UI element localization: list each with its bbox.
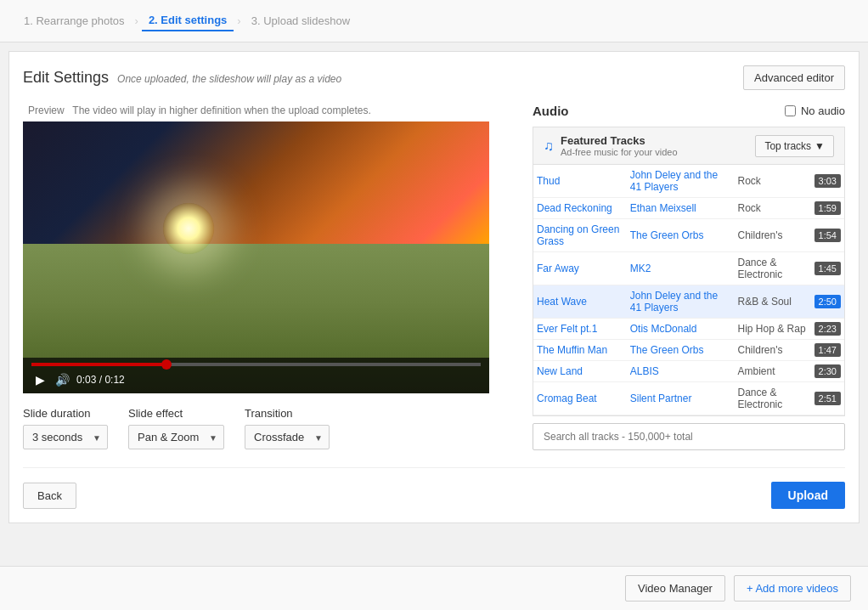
- slide-effect-label: Slide effect: [128, 407, 224, 420]
- track-duration: 1:45: [811, 252, 844, 285]
- featured-tracks-title: Featured Tracks: [561, 134, 678, 147]
- search-tracks[interactable]: [533, 423, 845, 450]
- track-genre: Dance & Electronic: [735, 252, 811, 285]
- preview-label: Preview The video will play in higher de…: [23, 104, 516, 116]
- track-genre: Rock: [735, 198, 811, 219]
- time-total: 0:12: [104, 374, 124, 386]
- progress-handle[interactable]: [161, 359, 172, 370]
- title-group: Edit Settings Once uploaded, the slidesh…: [23, 69, 341, 87]
- steps-bar: 1. Rearrange photos › 2. Edit settings ›…: [0, 0, 868, 42]
- track-artist: Silent Partner: [627, 382, 735, 415]
- advanced-editor-button[interactable]: Advanced editor: [743, 65, 845, 90]
- track-artist: Ethan Meixsell: [627, 198, 735, 219]
- slide-effect-group: Slide effect None Pan & Zoom Fade ▼: [128, 407, 224, 449]
- step-sep-2: ›: [237, 14, 240, 27]
- table-row[interactable]: Dead Reckoning Ethan Meixsell Rock 1:59: [533, 198, 844, 219]
- track-duration: 2:51: [811, 382, 844, 415]
- transition-label: Transition: [245, 407, 330, 420]
- step-rearrange[interactable]: 1. Rearrange photos: [17, 11, 132, 31]
- slide-duration-label: Slide duration: [23, 407, 108, 420]
- track-artist: The Green Orbs: [627, 340, 735, 361]
- top-tracks-arrow: ▼: [814, 140, 825, 152]
- track-name: Ever Felt pt.1: [533, 319, 627, 340]
- left-column: Preview The video will play in higher de…: [23, 104, 516, 450]
- right-column: Audio No audio ♫ Featured Tracks Ad-free…: [533, 104, 845, 450]
- track-name: Heat Wave: [533, 285, 627, 319]
- back-button[interactable]: Back: [23, 483, 76, 509]
- no-audio-label[interactable]: No audio: [801, 104, 845, 117]
- play-button[interactable]: ▶: [31, 371, 48, 388]
- featured-tracks-header: ♫ Featured Tracks Ad-free music for your…: [533, 127, 845, 165]
- tracks-table: Thud John Deley and the 41 Players Rock …: [533, 165, 844, 415]
- table-row[interactable]: Cromag Beat Silent Partner Dance & Elect…: [533, 382, 844, 415]
- two-col-layout: Preview The video will play in higher de…: [23, 104, 845, 450]
- track-genre: Children's: [735, 219, 811, 252]
- track-name: Dead Reckoning: [533, 198, 627, 219]
- volume-icon[interactable]: 🔊: [55, 373, 70, 387]
- slide-duration-select[interactable]: 1 second 2 seconds 3 seconds 4 seconds 5…: [23, 425, 108, 449]
- step-edit[interactable]: 2. Edit settings: [142, 10, 234, 31]
- time-display: 0:03 / 0:12: [76, 374, 125, 386]
- track-genre: Hip Hop & Rap: [735, 319, 811, 340]
- featured-tracks-subtitle: Ad-free music for your video: [561, 147, 678, 157]
- track-duration: 2:30: [811, 361, 844, 382]
- edit-settings-header: Edit Settings Once uploaded, the slidesh…: [23, 65, 845, 90]
- table-row[interactable]: Far Away MK2 Dance & Electronic 1:45: [533, 252, 844, 285]
- controls-row: ▶ 🔊 0:03 / 0:12: [31, 371, 481, 388]
- track-name: Dancing on Green Grass: [533, 219, 627, 252]
- track-name: Cromag Beat: [533, 382, 627, 415]
- track-duration: 1:59: [811, 198, 844, 219]
- preview-subtitle: The video will play in higher definition…: [72, 104, 371, 116]
- track-genre: Dance & Electronic: [735, 382, 811, 415]
- no-audio-group: No audio: [785, 104, 845, 117]
- table-row[interactable]: Heat Wave John Deley and the 41 Players …: [533, 285, 844, 319]
- track-genre: Ambient: [735, 361, 811, 382]
- upload-button[interactable]: Upload: [771, 482, 845, 509]
- track-duration: 1:47: [811, 340, 844, 361]
- table-row[interactable]: Dancing on Green Grass The Green Orbs Ch…: [533, 219, 844, 252]
- track-name: Thud: [533, 165, 627, 198]
- search-input[interactable]: [533, 423, 845, 450]
- track-name: Far Away: [533, 252, 627, 285]
- step-upload[interactable]: 3. Upload slideshow: [245, 11, 357, 31]
- track-duration: 1:54: [811, 219, 844, 252]
- table-row[interactable]: The Muffin Man The Green Orbs Children's…: [533, 340, 844, 361]
- track-artist: Otis McDonald: [627, 319, 735, 340]
- table-row[interactable]: Thud John Deley and the 41 Players Rock …: [533, 165, 844, 198]
- no-audio-checkbox[interactable]: [785, 105, 796, 116]
- step-sep-1: ›: [135, 14, 138, 27]
- track-name: New Land: [533, 361, 627, 382]
- track-genre: Children's: [735, 340, 811, 361]
- track-duration: 2:23: [811, 319, 844, 340]
- track-artist: John Deley and the 41 Players: [627, 285, 735, 319]
- video-controls: ▶ 🔊 0:03 / 0:12: [23, 358, 489, 393]
- top-tracks-label: Top tracks: [764, 140, 811, 152]
- page-title: Edit Settings: [23, 69, 109, 87]
- featured-tracks-text: Featured Tracks Ad-free music for your v…: [561, 134, 678, 157]
- track-duration: 2:50: [811, 285, 844, 319]
- bottom-actions: Back Upload: [23, 467, 845, 509]
- track-name: The Muffin Man: [533, 340, 627, 361]
- audio-title: Audio: [533, 104, 569, 118]
- progress-fill: [31, 363, 166, 366]
- tracks-container: Thud John Deley and the 41 Players Rock …: [533, 165, 845, 416]
- slide-effect-dropdown[interactable]: None Pan & Zoom Fade ▼: [128, 425, 224, 449]
- progress-bar[interactable]: [31, 363, 481, 366]
- slide-duration-group: Slide duration 1 second 2 seconds 3 seco…: [23, 407, 108, 449]
- video-frame: [23, 121, 489, 393]
- top-tracks-button[interactable]: Top tracks ▼: [755, 135, 834, 157]
- time-current: 0:03: [76, 374, 96, 386]
- track-genre: Rock: [735, 165, 811, 198]
- track-artist: The Green Orbs: [627, 219, 735, 252]
- main-panel: Edit Settings Once uploaded, the slidesh…: [8, 51, 860, 523]
- track-artist: MK2: [627, 252, 735, 285]
- slide-duration-dropdown[interactable]: 1 second 2 seconds 3 seconds 4 seconds 5…: [23, 425, 108, 449]
- transition-dropdown[interactable]: None Crossfade Slide ▼: [245, 425, 330, 449]
- track-genre: R&B & Soul: [735, 285, 811, 319]
- transition-group: Transition None Crossfade Slide ▼: [245, 407, 330, 449]
- slide-effect-select[interactable]: None Pan & Zoom Fade: [128, 425, 224, 449]
- music-icon: ♫: [544, 138, 554, 154]
- transition-select[interactable]: None Crossfade Slide: [245, 425, 330, 449]
- table-row[interactable]: New Land ALBIS Ambient 2:30: [533, 361, 844, 382]
- table-row[interactable]: Ever Felt pt.1 Otis McDonald Hip Hop & R…: [533, 319, 844, 340]
